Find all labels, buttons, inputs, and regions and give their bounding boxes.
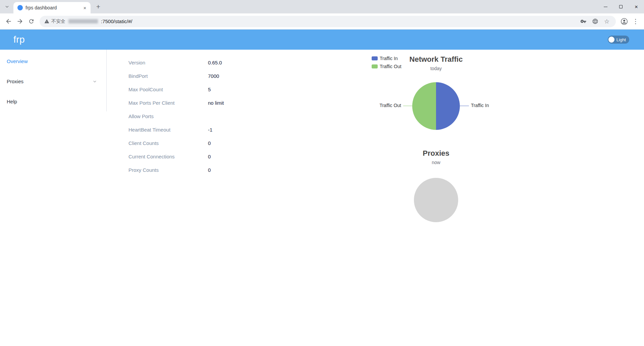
reload-button[interactable] [25,16,37,27]
info-label: Current Connections [128,154,208,159]
app-brand: frp [13,34,25,45]
info-value: no limit [208,100,224,106]
sidebar-item-label: Proxies [7,79,23,84]
close-icon: × [635,4,638,10]
redacted-host [68,19,98,23]
star-icon: ☆ [604,18,609,25]
pie-label-traffic-in: Traffic In [471,103,489,108]
tab-strip: frps dashboard × + × [0,0,644,13]
chart-subtitle-today: today [362,66,510,71]
sidebar-item-help[interactable]: Help [0,91,106,111]
profile-button[interactable] [619,16,630,27]
tab-title: frps dashboard [25,5,79,10]
not-secure-chip[interactable]: 不安全 [44,18,65,24]
maximize-button[interactable] [613,0,629,13]
browser-toolbar: 不安全 :7500/static/#/ ☆ [0,13,644,30]
info-label: BindPort [128,73,208,79]
theme-toggle[interactable]: Light [608,36,629,44]
pie-label-traffic-out: Traffic Out [362,103,401,108]
proxies-pie[interactable] [414,178,458,222]
back-icon [5,18,12,25]
browser-menu-button[interactable]: ⋮ [630,16,641,27]
warning-icon [44,19,49,24]
info-label: Max PoolCount [128,87,208,92]
pie-label-line [460,106,469,106]
info-value: -1 [208,127,212,133]
info-label: Version [128,60,208,65]
info-label: HeartBeat Timeout [128,127,208,133]
app-header: frp Light [0,30,644,50]
sidebar: Overview Proxies Help [0,50,107,346]
translate-icon [592,18,598,24]
info-value: 5 [208,87,211,92]
info-value: 0.65.0 [208,60,222,65]
info-value: 0 [208,140,211,146]
new-tab-button[interactable]: + [93,2,103,12]
theme-toggle-label: Light [616,37,626,42]
password-manager-button[interactable] [579,17,588,26]
chart-title-network-traffic: Network Traffic [362,55,510,64]
minimize-icon [604,7,607,7]
info-label: Proxy Counts [128,167,208,173]
bookmark-button[interactable]: ☆ [602,17,611,26]
sidebar-item-proxies[interactable]: Proxies [0,71,106,91]
avatar-icon [621,18,628,25]
key-icon [580,18,587,24]
reload-icon [28,18,35,24]
close-window-button[interactable]: × [629,0,644,13]
info-value: 7000 [208,73,219,79]
forward-icon [16,18,23,25]
chevron-down-icon [5,5,9,9]
pie-label-line [403,106,412,106]
network-traffic-pie[interactable] [412,82,460,130]
tab-search-button[interactable] [3,2,11,11]
sidebar-item-label: Help [7,99,17,104]
info-label: Allow Ports [128,113,208,119]
chevron-down-icon [93,79,97,84]
main-area: Overview Proxies Help Version 0.65.0 [0,50,644,346]
window-controls: × [598,0,644,13]
sidebar-menu: Overview Proxies Help [0,50,107,111]
info-label: Client Counts [128,140,208,146]
info-value: 0 [208,167,211,173]
tab-close-button[interactable]: × [82,5,88,11]
tab-favicon [17,5,23,10]
url-path: :7500/static/#/ [101,18,132,24]
security-label: 不安全 [51,18,65,24]
translate-button[interactable] [591,17,599,26]
chart-title-proxies: Proxies [362,149,510,158]
browser-window: frps dashboard × + × [0,0,644,346]
toggle-knob [608,37,614,43]
browser-tab[interactable]: frps dashboard × [13,2,91,13]
overflow-menu-icon: ⋮ [633,17,639,25]
maximize-icon [619,5,623,8]
charts-panel: Traffic In Traffic Out Network Traffic t… [362,50,510,264]
back-button[interactable] [3,16,14,27]
main-content: Version 0.65.0 BindPort 7000 Max PoolCou… [107,50,644,346]
info-label: Max Ports Per Client [128,100,208,106]
chart-subtitle-now: now [362,160,510,165]
minimize-button[interactable] [598,0,613,13]
forward-button[interactable] [14,16,25,27]
address-bar[interactable]: 不安全 :7500/static/#/ ☆ [40,16,616,27]
sidebar-item-overview[interactable]: Overview [0,51,106,71]
info-value: 0 [208,154,211,159]
sidebar-item-label: Overview [7,58,28,64]
